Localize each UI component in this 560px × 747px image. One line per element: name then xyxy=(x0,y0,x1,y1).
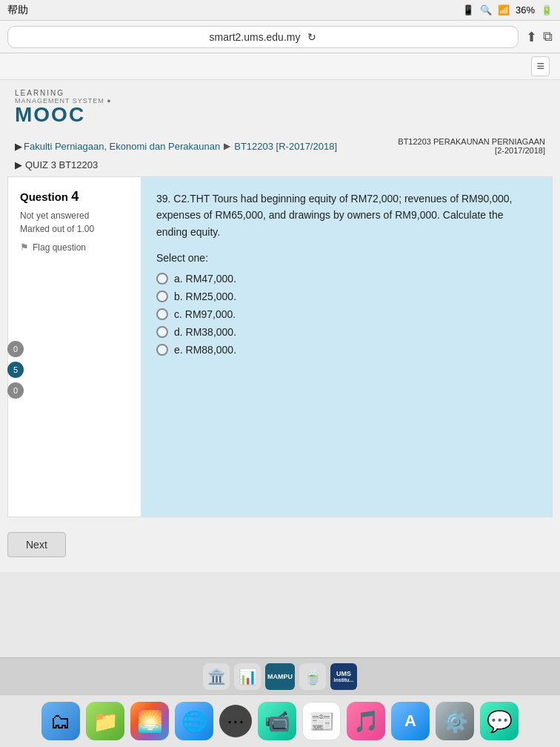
select-one-label: Select one: xyxy=(156,252,537,264)
option-d-radio[interactable] xyxy=(156,326,168,338)
hamburger-menu[interactable]: ≡ xyxy=(531,56,550,76)
dock-mampu-icon[interactable]: MAMPU xyxy=(265,663,295,690)
breadcrumb-arrow-s: ▶ xyxy=(15,141,22,152)
dock-more-icon[interactable]: ··· xyxy=(219,705,252,737)
breadcrumb-fakulti[interactable]: Fakulti Perniagaan, Ekonomi dan Perakaun… xyxy=(24,141,220,152)
dock-finder-icon[interactable]: 🗂 xyxy=(41,702,80,740)
flag-icon: ⚑ xyxy=(20,242,29,253)
page-circle-5[interactable]: 5 xyxy=(7,362,24,378)
wechat-icon: 📱 xyxy=(462,4,474,16)
options-list: a. RM47,000. b. RM25,000. c. RM97,000. d… xyxy=(156,273,537,356)
option-e[interactable]: e. RM88,000. xyxy=(156,344,537,356)
option-c-radio[interactable] xyxy=(156,308,168,320)
dock-gov-icon[interactable]: 🏛️ xyxy=(203,663,230,690)
page-circles: 0 5 0 xyxy=(7,341,24,399)
learning-label: LEARNING xyxy=(15,89,112,97)
option-d-text: d. RM38,000. xyxy=(174,326,236,338)
next-button[interactable]: Next xyxy=(7,532,66,557)
dock-messages-icon[interactable]: 💬 xyxy=(480,702,519,740)
option-b[interactable]: b. RM25,000. xyxy=(156,290,537,302)
option-d[interactable]: d. RM38,000. xyxy=(156,326,537,338)
question-number-label: Question 4 xyxy=(20,189,129,205)
dock-tea-icon[interactable]: 🍵 xyxy=(299,663,326,690)
option-c[interactable]: c. RM97,000. xyxy=(156,308,537,320)
question-content-area: 39. C2.THT Tours had beginning equity of… xyxy=(141,177,552,517)
url-text: smart2.ums.edu.my xyxy=(210,31,301,43)
status-right-icons: 📱 🔍 📶 36% 🔋 xyxy=(462,4,553,16)
search-status-icon: 🔍 xyxy=(480,4,492,16)
refresh-icon[interactable]: ↻ xyxy=(307,31,316,43)
option-e-text: e. RM88,000. xyxy=(174,344,236,356)
page-circle-0[interactable]: 0 xyxy=(7,341,24,357)
status-bar: 帮助 📱 🔍 📶 36% 🔋 xyxy=(0,0,560,21)
dock-safari-icon[interactable]: 🌐 xyxy=(175,702,213,740)
option-a-text: a. RM47,000. xyxy=(174,273,236,285)
quiz-sidebar: Question 4 Not yet answered Marked out o… xyxy=(8,177,141,517)
dock-photos-icon[interactable]: 🌅 xyxy=(130,702,169,740)
browser-action-icons: ⬆ ⧉ xyxy=(526,29,553,45)
quiz-title-text: QUIZ 3 BT12203 xyxy=(25,159,98,170)
tabs-icon[interactable]: ⧉ xyxy=(543,29,553,45)
question-text: 39. C2.THT Tours had beginning equity of… xyxy=(156,190,537,240)
breadcrumb-bt12203[interactable]: BT12203 [R-2017/2018] xyxy=(234,141,337,152)
menu-bar-row: ≡ xyxy=(0,53,560,80)
page-circle-0b[interactable]: 0 xyxy=(7,382,24,399)
flag-question-label: Flag question xyxy=(33,242,86,253)
dock-appstore-icon[interactable]: A xyxy=(391,702,430,740)
share-icon[interactable]: ⬆ xyxy=(526,29,537,45)
main-content: LEARNING MANAGEMENT SYSTEM ● MOOC ▶ Faku… xyxy=(0,80,560,572)
option-c-text: c. RM97,000. xyxy=(174,308,236,320)
option-a-radio[interactable] xyxy=(156,273,168,285)
quiz-title-row: ▶ QUIZ 3 BT12203 xyxy=(0,158,560,176)
breadcrumb-sep1: ▶ xyxy=(224,141,230,151)
breadcrumb: ▶ Fakulti Perniagaan, Ekonomi dan Peraka… xyxy=(0,134,560,158)
dock-files-icon[interactable]: 📁 xyxy=(86,702,124,740)
next-section: Next xyxy=(0,517,560,572)
dock-ums-icon[interactable]: UMS Institu... xyxy=(330,663,357,690)
mooc-brand-text: MOOC xyxy=(15,103,112,127)
dock-apps-row: 🏛️ 📊 MAMPU 🍵 UMS Institu... xyxy=(0,658,560,695)
status-help-text: 帮助 xyxy=(7,4,28,17)
question-marked: Marked out of 1.00 xyxy=(20,224,129,234)
question-number-value: 4 xyxy=(71,189,79,204)
quiz-title-arrow: ▶ xyxy=(15,159,22,170)
option-a[interactable]: a. RM47,000. xyxy=(156,273,537,285)
browser-bar: smart2.ums.edu.my ↻ ⬆ ⧉ xyxy=(0,21,560,53)
dock-music-icon[interactable]: 🎵 xyxy=(347,702,385,740)
option-b-radio[interactable] xyxy=(156,290,168,302)
mooc-header: LEARNING MANAGEMENT SYSTEM ● MOOC xyxy=(0,89,560,134)
dock-area: 🏛️ 📊 MAMPU 🍵 UMS Institu... 🗂 📁 🌅 🌐 ··· … xyxy=(0,657,560,747)
mooc-logo-area: LEARNING MANAGEMENT SYSTEM ● MOOC xyxy=(15,89,112,127)
dock-facetime-icon[interactable]: 📹 xyxy=(258,702,296,740)
battery-text: 36% xyxy=(516,4,535,16)
flag-question-btn[interactable]: ⚑ Flag question xyxy=(20,242,129,253)
option-e-radio[interactable] xyxy=(156,344,168,356)
question-status: Not yet answered xyxy=(20,210,129,221)
dock-main: 🗂 📁 🌅 🌐 ··· 📹 📰 🎵 A ⚙️ 💬 xyxy=(0,695,560,747)
breadcrumb-sidenote: BT12203 PERAKAUNAN PERNIAGAAN[2-2017/201… xyxy=(398,137,545,155)
quiz-area: Question 4 Not yet answered Marked out o… xyxy=(7,176,553,517)
url-bar[interactable]: smart2.ums.edu.my ↻ xyxy=(7,26,519,48)
option-b-text: b. RM25,000. xyxy=(174,290,236,302)
dock-chart-icon[interactable]: 📊 xyxy=(234,663,261,690)
wifi-icon: 📶 xyxy=(498,4,510,16)
battery-icon: 🔋 xyxy=(541,4,553,16)
dock-news-icon[interactable]: 📰 xyxy=(302,702,341,740)
dock-settings-icon[interactable]: ⚙️ xyxy=(436,702,474,740)
